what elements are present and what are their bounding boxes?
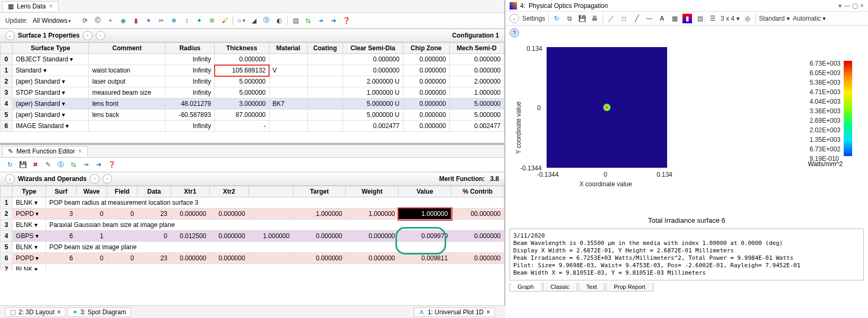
col-header[interactable]: Wave [76,186,107,197]
col-header[interactable]: % Contrib [451,186,504,197]
col-header[interactable]: Field [107,186,137,197]
table-row[interactable]: 2(aper) Standard ▾laser outputInfinity5.… [1,76,504,87]
minimize-icon[interactable]: — [844,2,850,10]
dock-icon[interactable]: ▾ [838,2,842,10]
help-icon[interactable]: ? [510,28,519,38]
expand-icon[interactable]: ⌄ [510,14,519,23]
prev-surf-button[interactable]: ‹ [83,31,93,40]
col-header[interactable]: Weight [346,186,399,197]
layers-icon[interactable]: ☰ [708,14,717,23]
col-header[interactable]: Surface Type [12,43,89,54]
step-icon[interactable]: ↠ [316,16,326,25]
sheet-icon[interactable]: ▤ [291,16,300,25]
col-header[interactable] [248,186,293,197]
tab-text[interactable]: Text [578,283,605,292]
circle-dropdown[interactable]: ○ [236,16,246,25]
tab-merit[interactable]: ✎ Merit Function Editor × [2,146,88,156]
col-header[interactable]: Coating [307,43,343,54]
toggle-icon[interactable]: ◐ [274,16,284,25]
pop-plot[interactable]: 0.134 0 -0.1344 Y coordinate value -0.13… [505,40,868,214]
refresh-icon[interactable]: ↻ [552,14,561,23]
print-icon[interactable]: 🖶 [590,14,599,23]
tab-classic[interactable]: Classic [543,283,577,292]
table-row[interactable]: 0OBJECT Standard ▾Infinity0.0000000.0000… [1,54,504,65]
col-header[interactable]: Target [293,186,346,197]
table-row[interactable]: 1BLNK ▾POP beam radius at measurement lo… [1,197,504,208]
aperture-icon[interactable]: ❄ [169,16,179,25]
lens-grid[interactable]: Surface TypeCommentRadiusThicknessMateri… [0,42,504,132]
paint-icon[interactable]: 🖌 [220,16,229,25]
draw-icon[interactable]: ／ [606,14,616,23]
save-icon[interactable]: 💾 [577,14,587,23]
refresh-icon[interactable]: ↻ [5,160,15,169]
swap-icon[interactable]: ⇆ [69,160,78,169]
col-header[interactable]: Data [137,186,171,197]
table-row[interactable]: 3STOP Standard ▾measured beam sizeInfini… [1,87,504,98]
update-dropdown[interactable]: All Windows [33,17,71,24]
col-header[interactable]: Comment [89,43,165,54]
col-header[interactable]: Material [269,43,307,54]
col-header[interactable]: Chip Zone [403,43,449,54]
help-icon[interactable]: ❓ [107,160,116,169]
close-icon[interactable]: × [860,2,864,10]
close-icon[interactable]: × [49,3,53,10]
colormap-icon[interactable]: ▮ [682,14,692,23]
table-row[interactable]: 7BLNK ▾ [1,264,504,271]
next-surf-button[interactable]: › [96,31,105,40]
fold-icon[interactable]: ↕ [182,16,191,25]
table-row[interactable]: 6IMAGE Standard ▾Infinity-0.0024770.0000… [1,121,504,132]
close-icon[interactable]: × [486,308,490,316]
col-header[interactable]: Radius [165,43,215,54]
dash-icon[interactable]: — [644,14,654,23]
grid-icon[interactable]: ▦ [670,14,679,23]
col-header[interactable]: Xtr1 [171,186,210,197]
prev-button[interactable]: ‹ [90,174,99,184]
wand-icon[interactable]: ✎ [43,160,53,169]
col-header[interactable] [1,186,13,197]
target-icon[interactable]: ◎ [743,14,752,23]
tab-3d-layout[interactable]: ⬚2: 3D Layout× [5,307,66,317]
tilt-icon[interactable]: ✦ [195,16,204,25]
col-header[interactable]: Clear Semi-Dia [343,43,403,54]
col-header[interactable]: Value [399,186,451,197]
tab-graph[interactable]: Graph [510,283,542,292]
plus-icon[interactable]: ＋ [106,16,115,25]
step-icon[interactable]: ↠ [81,160,91,169]
trash-icon[interactable]: ✖ [31,160,40,169]
globe-icon[interactable]: ◉ [118,16,128,25]
axis-icon[interactable]: ✶ [144,16,153,25]
autoupdate-icon[interactable]: Ⓒ [93,16,103,25]
swap-icon[interactable]: ⇆ [303,16,313,25]
goto-icon[interactable]: ➔ [94,160,104,169]
tab-prop-report[interactable]: Prop Report [606,283,653,292]
solve-icon[interactable]: ⓢ [262,16,271,25]
cut-icon[interactable]: ✂ [156,16,166,25]
standard-dropdown[interactable]: Standard ▾ [759,15,790,22]
col-header[interactable]: Surf [46,186,77,197]
line-icon[interactable]: ╱ [632,14,641,23]
text-icon[interactable]: A [657,14,667,23]
col-header[interactable]: Mech Semi-D [449,43,504,54]
goto-icon[interactable]: ➔ [329,16,338,25]
close-icon[interactable]: × [78,148,82,155]
material-icon[interactable]: ◢ [249,16,258,25]
close-icon[interactable]: × [57,308,61,316]
table-row[interactable]: 2POPD ▾300230.0000000.0000001.0000001.00… [1,208,504,220]
tab-spot-diagram[interactable]: ✦3: Spot Diagram [68,307,131,317]
col-header[interactable]: Xtr2 [210,186,249,197]
maximize-icon[interactable]: ▢ [852,2,858,10]
next-button[interactable]: › [103,174,112,184]
grid-size[interactable]: 3 x 4 ▾ [721,15,739,22]
table-row[interactable]: 4(aper) Standard ▾lens front48.0212793.0… [1,98,504,110]
solve-icon[interactable]: ⓢ [56,160,66,169]
tool-icon[interactable]: ▮ [131,16,141,25]
col-header[interactable] [1,43,13,54]
axes-icon[interactable]: ▤ [695,14,705,23]
col-header[interactable]: Type [13,186,46,197]
automatic-dropdown[interactable]: Automatic ▾ [793,15,826,22]
table-row[interactable]: 1Standard ▾waist locationInfinity105.689… [1,65,504,76]
expand-icon[interactable]: ⌄ [5,31,15,40]
save-icon[interactable]: 💾 [18,160,27,169]
settings-label[interactable]: Settings [522,15,545,22]
coat-icon[interactable]: ❇ [207,16,217,25]
